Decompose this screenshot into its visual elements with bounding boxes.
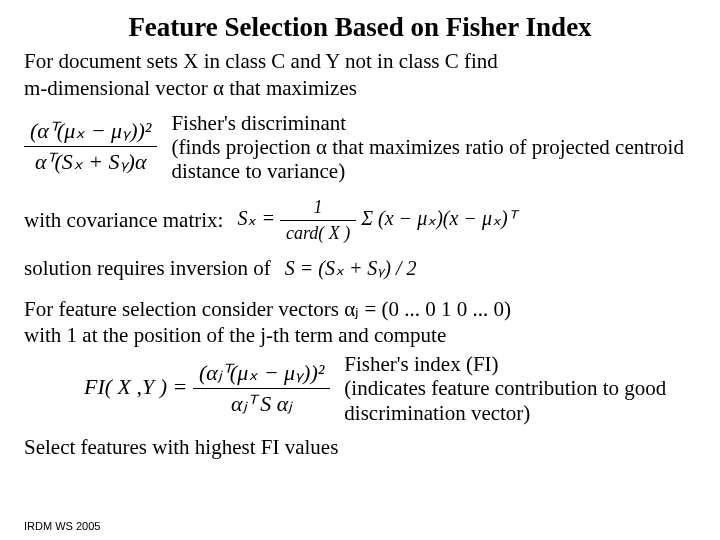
intro-line-2: m-dimensional vector α that maximizes (24, 76, 696, 101)
formula-numerator: (αᵀ(μₓ − μᵧ))² (24, 118, 157, 147)
covariance-label: with covariance matrix: (24, 208, 223, 233)
fisher-discriminant-row: (αᵀ(μₓ − μᵧ))² αᵀ(Sₓ + Sᵧ)α Fisher's dis… (24, 111, 696, 183)
fisher-index-formula: FI( X ,Y ) = (αⱼᵀ(μₓ − μᵧ))² αⱼᵀ S αⱼ (84, 360, 330, 417)
fi-desc-heading: Fisher's index (FI) (344, 352, 498, 376)
intro-line-1: For document sets X in class C and Y not… (24, 49, 696, 74)
fisher-discriminant-desc: Fisher's discriminant (finds projection … (171, 111, 696, 183)
select-line: Select features with highest FI values (24, 435, 696, 460)
consider-line-1: For feature selection consider vectors α… (24, 297, 696, 322)
inversion-formula: S = (Sₓ + Sᵧ) / 2 (285, 256, 417, 280)
cov-frac-den: card( X ) (280, 221, 356, 244)
inversion-row: solution requires inversion of S = (Sₓ +… (24, 254, 696, 283)
fi-desc-body: (indicates feature contribution to good … (344, 376, 666, 424)
desc-body: (finds projection α that maximizes ratio… (171, 135, 684, 183)
formula-denominator: αᵀ(Sₓ + Sᵧ)α (24, 147, 157, 175)
fisher-index-desc: Fisher's index (FI) (indicates feature c… (344, 352, 696, 424)
slide: Feature Selection Based on Fisher Index … (0, 0, 720, 540)
consider-line-2: with 1 at the position of the j-th term … (24, 323, 696, 348)
slide-title: Feature Selection Based on Fisher Index (24, 12, 696, 43)
cov-lhs: Sₓ = (237, 207, 275, 229)
desc-heading: Fisher's discriminant (171, 111, 346, 135)
fi-numerator: (αⱼᵀ(μₓ − μᵧ))² (193, 360, 330, 389)
cov-frac-num: 1 (280, 197, 356, 221)
footer: IRDM WS 2005 (24, 520, 100, 532)
fi-lhs: FI( X ,Y ) = (84, 374, 187, 399)
cov-sum: Σ (x − μₓ)(x − μₓ)ᵀ (361, 207, 515, 229)
inversion-label: solution requires inversion of (24, 256, 271, 281)
fisher-index-row: FI( X ,Y ) = (αⱼᵀ(μₓ − μᵧ))² αⱼᵀ S αⱼ Fi… (84, 352, 696, 424)
fi-denominator: αⱼᵀ S αⱼ (193, 389, 330, 417)
covariance-formula: Sₓ = 1 card( X ) Σ (x − μₓ)(x − μₓ)ᵀ (237, 197, 515, 244)
fisher-discriminant-formula: (αᵀ(μₓ − μᵧ))² αᵀ(Sₓ + Sᵧ)α (24, 118, 157, 175)
covariance-row: with covariance matrix: Sₓ = 1 card( X )… (24, 197, 696, 244)
